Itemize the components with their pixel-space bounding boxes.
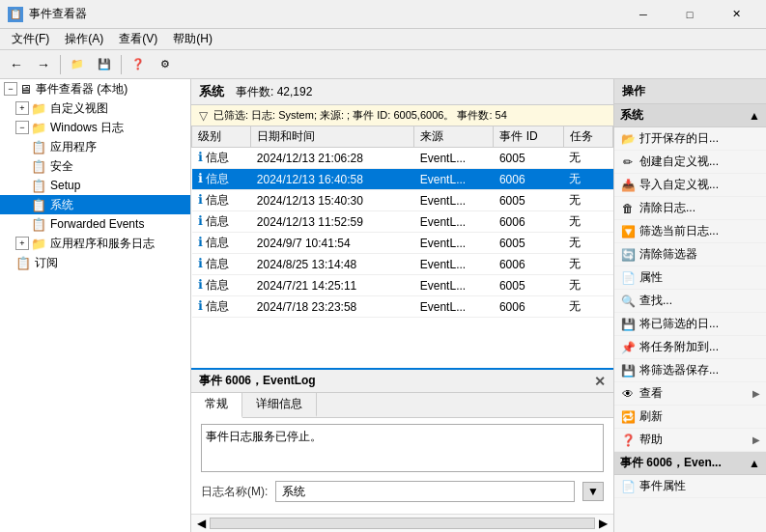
event-detail-panel: 事件 6006，EventLog ✕ 常规 详细信息 日志名称(M): 系统 bbox=[191, 368, 613, 532]
setup-icon: 📋 bbox=[31, 179, 46, 193]
action-item-9[interactable]: 📌 将任务附加到... bbox=[614, 336, 766, 359]
col-task[interactable]: 任务 bbox=[563, 126, 612, 148]
scroll-right-btn[interactable]: ▶ bbox=[599, 517, 608, 530]
close-button[interactable]: ✕ bbox=[714, 0, 758, 29]
tree-system-label: 系统 bbox=[50, 197, 73, 213]
table-row[interactable]: ℹ 信息 2024/7/21 14:25:11 EventL... 6005 无 bbox=[192, 275, 613, 296]
table-row[interactable]: ℹ 信息 2024/12/13 21:06:28 EventL... 6005 … bbox=[192, 148, 613, 169]
tree-windows-logs[interactable]: − 📁 Windows 日志 bbox=[0, 118, 190, 137]
menu-bar: 文件(F) 操作(A) 查看(V) 帮助(H) bbox=[0, 29, 766, 50]
action-item-4[interactable]: 🔽 筛选当前日志... bbox=[614, 220, 766, 243]
col-source[interactable]: 来源 bbox=[414, 126, 494, 148]
info-icon: ℹ bbox=[198, 298, 203, 313]
cell-eventid: 6006 bbox=[494, 296, 563, 318]
action-label-12: 刷新 bbox=[639, 408, 663, 425]
tree-subscriptions[interactable]: 📋 订阅 bbox=[0, 253, 190, 272]
tree-custom-views[interactable]: + 📁 自定义视图 bbox=[0, 98, 190, 118]
action-item-12[interactable]: 🔁 刷新 bbox=[614, 406, 766, 429]
bottom-action-item-0[interactable]: 📄 事件属性 bbox=[614, 475, 766, 498]
tree-forwarded-label: Forwarded Events bbox=[50, 217, 144, 231]
tree-apps-services[interactable]: + 📁 应用程序和服务日志 bbox=[0, 234, 190, 253]
action-item-13[interactable]: ❓ 帮助 ▶ bbox=[614, 429, 766, 452]
cell-datetime: 2024/9/7 10:41:54 bbox=[251, 233, 414, 254]
menu-file[interactable]: 文件(F) bbox=[4, 29, 57, 50]
help-button[interactable]: ❓ bbox=[126, 53, 151, 76]
winlogs-icon: 📁 bbox=[31, 121, 46, 135]
restore-button[interactable]: □ bbox=[667, 0, 712, 29]
action-item-1[interactable]: ✏ 创建自定义视... bbox=[614, 151, 766, 174]
col-level[interactable]: 级别 bbox=[192, 126, 251, 148]
menu-view[interactable]: 查看(V) bbox=[111, 29, 165, 50]
detail-scrollbar[interactable] bbox=[210, 518, 595, 529]
scroll-left-btn[interactable]: ◀ bbox=[197, 517, 206, 530]
cell-source: EventL... bbox=[414, 148, 494, 169]
tree-root[interactable]: − 🖥 事件查看器 (本地) bbox=[0, 79, 190, 98]
action-item-8[interactable]: 💾 将已筛选的日... bbox=[614, 313, 766, 336]
title-bar: 📋 事件查看器 ─ □ ✕ bbox=[0, 0, 766, 29]
action-item-11[interactable]: 👁 查看 ▶ bbox=[614, 382, 766, 406]
tree-root-label: 事件查看器 (本地) bbox=[36, 81, 128, 98]
save-button[interactable]: 💾 bbox=[92, 53, 117, 76]
action-item-6[interactable]: 📄 属性 bbox=[614, 266, 766, 290]
action-label-5: 清除筛选器 bbox=[639, 246, 697, 263]
actions-section-system[interactable]: 系统 ▲ bbox=[614, 104, 766, 127]
cell-task: 无 bbox=[563, 211, 612, 233]
menu-help[interactable]: 帮助(H) bbox=[165, 29, 220, 50]
tree-system[interactable]: 📋 系统 bbox=[0, 195, 190, 214]
table-row[interactable]: ℹ 信息 2024/8/25 13:14:48 EventL... 6006 无 bbox=[192, 254, 613, 275]
open-button[interactable]: 📁 bbox=[65, 53, 90, 76]
info-icon: ℹ bbox=[198, 235, 203, 249]
menu-action[interactable]: 操作(A) bbox=[57, 29, 111, 50]
col-eventid[interactable]: 事件 ID bbox=[494, 126, 563, 148]
tree-setup[interactable]: 📋 Setup bbox=[0, 176, 190, 195]
table-row[interactable]: ℹ 信息 2024/7/18 23:23:58 EventL... 6006 无 bbox=[192, 296, 613, 318]
detail-footer: ◀ ▶ bbox=[191, 514, 613, 532]
system-icon: 📋 bbox=[31, 198, 46, 212]
log-name-label: 日志名称(M): bbox=[201, 484, 268, 500]
action-item-5[interactable]: 🔄 清除筛选器 bbox=[614, 243, 766, 266]
dropdown-icon[interactable]: ▼ bbox=[582, 482, 604, 501]
settings-button[interactable]: ⚙ bbox=[153, 53, 178, 76]
info-icon: ℹ bbox=[198, 192, 203, 207]
tree-security[interactable]: 📋 安全 bbox=[0, 156, 190, 176]
table-row[interactable]: ℹ 信息 2024/12/13 16:40:58 EventL... 6006 … bbox=[192, 169, 613, 190]
action-label-8: 将已筛选的日... bbox=[639, 316, 719, 332]
expand-custom[interactable]: + bbox=[15, 101, 29, 115]
action-label-3: 清除日志... bbox=[639, 200, 695, 216]
action-item-0[interactable]: 📂 打开保存的日... bbox=[614, 127, 766, 151]
forward-button[interactable]: → bbox=[31, 53, 56, 76]
action-item-2[interactable]: 📥 导入自定义视... bbox=[614, 174, 766, 197]
info-icon: ℹ bbox=[198, 213, 203, 228]
actions-bottom-section[interactable]: 事件 6006，Even... ▲ bbox=[614, 452, 766, 475]
back-button[interactable]: ← bbox=[4, 53, 29, 76]
cell-eventid: 6006 bbox=[494, 254, 563, 275]
tree-winlogs-label: Windows 日志 bbox=[50, 120, 124, 136]
tab-details[interactable]: 详细信息 bbox=[242, 393, 317, 417]
table-row[interactable]: ℹ 信息 2024/12/13 11:52:59 EventL... 6006 … bbox=[192, 211, 613, 233]
expand-winlogs[interactable]: − bbox=[15, 121, 29, 134]
expand-root[interactable]: − bbox=[4, 82, 17, 96]
event-detail-close-button[interactable]: ✕ bbox=[594, 374, 606, 389]
table-row[interactable]: ℹ 信息 2024/9/7 10:41:54 EventL... 6005 无 bbox=[192, 233, 613, 254]
log-header: 系统 事件数: 42,192 bbox=[191, 79, 613, 105]
action-item-3[interactable]: 🗑 清除日志... bbox=[614, 197, 766, 220]
tab-general[interactable]: 常规 bbox=[191, 393, 242, 418]
action-label-9: 将任务附加到... bbox=[639, 339, 719, 355]
expand-apps-services[interactable]: + bbox=[15, 237, 29, 250]
event-detail-header: 事件 6006，EventLog ✕ bbox=[191, 370, 613, 393]
table-row[interactable]: ℹ 信息 2024/12/13 15:40:30 EventL... 6005 … bbox=[192, 190, 613, 211]
tree-custom-label: 自定义视图 bbox=[50, 100, 108, 117]
minimize-button[interactable]: ─ bbox=[621, 0, 666, 29]
events-table-area[interactable]: 级别 日期和时间 来源 事件 ID 任务 ℹ 信息 2024/12/13 21:… bbox=[191, 126, 613, 368]
log-title: 系统 bbox=[199, 83, 224, 100]
window-title: 事件查看器 bbox=[29, 6, 621, 22]
action-item-10[interactable]: 💾 将筛选器保存... bbox=[614, 359, 766, 382]
col-datetime[interactable]: 日期和时间 bbox=[251, 126, 414, 148]
tree-app[interactable]: 📋 应用程序 bbox=[0, 137, 190, 156]
left-panel[interactable]: − 🖥 事件查看器 (本地) + 📁 自定义视图 − 📁 Windows 日志 … bbox=[0, 79, 191, 532]
cell-task: 无 bbox=[563, 148, 612, 169]
tree-forwarded[interactable]: 📋 Forwarded Events bbox=[0, 214, 190, 234]
action-item-7[interactable]: 🔍 查找... bbox=[614, 290, 766, 313]
tree-subscriptions-label: 订阅 bbox=[35, 255, 58, 271]
event-body-text[interactable] bbox=[201, 424, 604, 472]
